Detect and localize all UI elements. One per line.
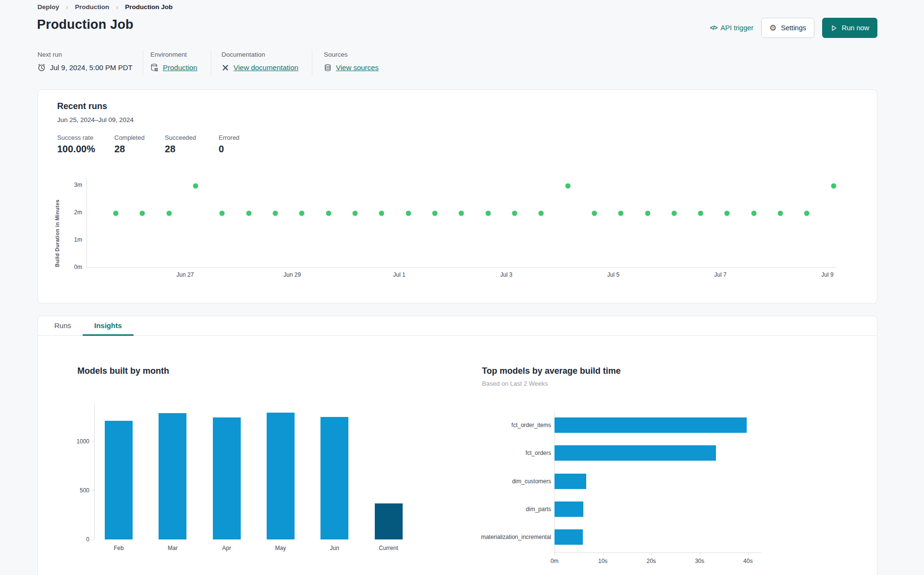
y-axis-label: Build Duration in Minutes bbox=[54, 178, 60, 267]
run-dot[interactable] bbox=[352, 211, 357, 216]
run-dot[interactable] bbox=[512, 211, 517, 216]
recent-runs-date-range: Jun 25, 2024–Jul 09, 2024 bbox=[57, 116, 134, 123]
run-dot[interactable] bbox=[166, 211, 172, 216]
month-bar[interactable] bbox=[267, 413, 295, 539]
chevron-right-icon: › bbox=[66, 3, 68, 11]
run-dot[interactable] bbox=[671, 211, 677, 216]
clock-icon bbox=[37, 63, 46, 72]
breadcrumb-deploy[interactable]: Deploy bbox=[37, 3, 59, 11]
page-title: Production Job bbox=[37, 17, 134, 32]
view-documentation-link[interactable]: View documentation bbox=[234, 63, 298, 72]
month-bar[interactable] bbox=[105, 421, 133, 539]
month-bar[interactable] bbox=[213, 417, 241, 539]
run-dot[interactable] bbox=[379, 211, 384, 216]
model-bar[interactable] bbox=[554, 502, 583, 517]
models-built-plot: 05001000FebMarAprMayJunCurrent bbox=[95, 403, 426, 539]
y-tick-label: 1000 bbox=[76, 438, 89, 445]
model-bar[interactable] bbox=[554, 474, 586, 489]
divider bbox=[312, 50, 312, 76]
month-bar[interactable] bbox=[375, 503, 403, 539]
x-tick-label: Jul 3 bbox=[500, 271, 512, 278]
x-category-label: Feb bbox=[114, 545, 124, 551]
dbt-logo-icon bbox=[222, 64, 229, 72]
environment-icon bbox=[150, 63, 159, 72]
play-icon bbox=[830, 24, 838, 32]
x-tick-label: Jul 9 bbox=[821, 271, 833, 278]
divider bbox=[143, 50, 143, 76]
run-dot[interactable] bbox=[246, 211, 251, 216]
x-tick-mark bbox=[603, 552, 604, 555]
run-dot[interactable] bbox=[299, 211, 305, 216]
run-dot[interactable] bbox=[140, 211, 145, 216]
api-trigger-link[interactable]: </> API trigger bbox=[710, 24, 754, 32]
run-dot[interactable] bbox=[725, 211, 730, 216]
documentation-label: Documentation bbox=[222, 51, 298, 58]
model-label: fct_orders bbox=[461, 450, 551, 456]
top-models-subtitle: Based on Last 2 Weeks bbox=[482, 380, 548, 387]
run-dot[interactable] bbox=[778, 211, 783, 216]
run-dot[interactable] bbox=[751, 211, 756, 216]
run-now-label: Run now bbox=[842, 24, 869, 32]
stat-label: Completed bbox=[114, 134, 145, 141]
breadcrumb-production[interactable]: Production bbox=[75, 3, 109, 11]
run-now-button[interactable]: Run now bbox=[822, 18, 877, 38]
header-actions: </> API trigger ⚙ Settings Run now bbox=[710, 17, 877, 38]
recent-runs-card: Recent runs Jun 25, 2024–Jul 09, 2024 Su… bbox=[37, 89, 877, 304]
stat-label: Success rate bbox=[57, 134, 95, 141]
run-dot[interactable] bbox=[645, 211, 650, 216]
environment-link[interactable]: Production bbox=[163, 63, 197, 72]
y-tick-label: 2m bbox=[74, 209, 82, 216]
tab-runs[interactable]: Runs bbox=[43, 316, 83, 336]
model-bar[interactable] bbox=[554, 445, 716, 461]
run-dot[interactable] bbox=[406, 211, 411, 216]
tab-insights[interactable]: Insights bbox=[83, 316, 134, 336]
run-dot[interactable] bbox=[272, 211, 278, 216]
x-tick-label: Jun 27 bbox=[176, 271, 194, 278]
x-tick-mark bbox=[700, 552, 700, 555]
run-dot[interactable] bbox=[565, 183, 570, 188]
run-dot[interactable] bbox=[485, 211, 491, 216]
model-label: materialization_incremental bbox=[461, 534, 551, 540]
month-bar[interactable] bbox=[320, 417, 348, 539]
x-category-label: Current bbox=[379, 545, 398, 551]
run-dot[interactable] bbox=[432, 211, 437, 216]
run-dot[interactable] bbox=[698, 211, 703, 216]
run-dot[interactable] bbox=[591, 211, 597, 216]
chevron-right-icon: › bbox=[116, 3, 118, 11]
build-duration-chart: Build Duration in Minutes 3m2m1m0mJun 27… bbox=[86, 178, 837, 268]
month-bar[interactable] bbox=[159, 413, 186, 539]
environment-label: Environment bbox=[150, 51, 197, 58]
top-models-title: Top models by average build time bbox=[482, 366, 621, 376]
info-documentation: Documentation View documentation bbox=[222, 51, 298, 72]
run-dot[interactable] bbox=[220, 211, 225, 216]
stat-value: 100.00% bbox=[57, 144, 95, 155]
x-tick-label: 20s bbox=[647, 558, 656, 564]
run-dot[interactable] bbox=[326, 211, 331, 216]
settings-button[interactable]: ⚙ Settings bbox=[761, 18, 814, 38]
x-tick-mark bbox=[651, 552, 652, 555]
breadcrumb: Deploy › Production › Production Job bbox=[37, 1, 172, 12]
run-dot[interactable] bbox=[539, 211, 544, 216]
stat-value: 28 bbox=[165, 144, 196, 155]
model-label: dim_customers bbox=[461, 478, 551, 485]
production-job-page: Deploy › Production › Production Job Pro… bbox=[0, 0, 924, 575]
x-tick-label: Jul 7 bbox=[715, 271, 727, 278]
stat-completed: Completed 28 bbox=[114, 134, 145, 155]
run-dot[interactable] bbox=[113, 211, 119, 216]
recent-runs-title: Recent runs bbox=[57, 101, 107, 111]
model-label: fct_order_items bbox=[461, 422, 551, 428]
run-dot[interactable] bbox=[459, 211, 464, 216]
database-icon bbox=[324, 64, 332, 72]
sources-label: Sources bbox=[324, 51, 379, 58]
x-tick-mark bbox=[748, 552, 749, 555]
stat-label: Errored bbox=[219, 134, 239, 141]
model-bar[interactable] bbox=[554, 417, 747, 433]
y-tick-label: 0m bbox=[74, 264, 82, 270]
run-dot[interactable] bbox=[804, 211, 810, 216]
model-bar[interactable] bbox=[554, 529, 583, 545]
run-dot[interactable] bbox=[618, 211, 624, 216]
models-built-chart: 05001000FebMarAprMayJunCurrent bbox=[94, 403, 426, 539]
run-dot[interactable] bbox=[193, 183, 198, 188]
view-sources-link[interactable]: View sources bbox=[336, 63, 379, 72]
run-dot[interactable] bbox=[831, 183, 836, 188]
